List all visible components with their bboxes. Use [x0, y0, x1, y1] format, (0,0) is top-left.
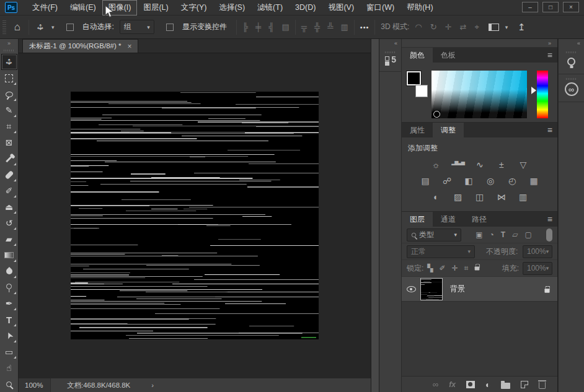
foreground-color-swatch[interactable]	[407, 71, 421, 85]
dodge-tool[interactable]	[1, 279, 17, 295]
healing-brush-tool[interactable]	[1, 167, 17, 183]
tab-color[interactable]: 颜色	[402, 48, 433, 63]
gradient-map-icon[interactable]: ⋈	[495, 192, 508, 202]
saturation-brightness-field[interactable]	[431, 71, 527, 118]
fill-dropdown[interactable]: 100%▾	[523, 262, 552, 275]
hue-slider-marker[interactable]	[531, 87, 536, 94]
lock-all-icon[interactable]	[475, 266, 480, 270]
layer-thumbnail[interactable]	[420, 278, 443, 300]
brightness-contrast-icon[interactable]: ☼	[430, 160, 442, 170]
pen-tool[interactable]: ✒	[1, 295, 17, 311]
background-color-swatch[interactable]	[415, 85, 428, 97]
toolbar-collapse-icon[interactable]: »	[7, 39, 11, 48]
auto-select-checkbox[interactable]	[66, 24, 74, 31]
link-layers-icon[interactable]: ∞	[433, 380, 438, 389]
history-brush-tool[interactable]: ↺	[1, 215, 17, 231]
zoom-level-field[interactable]: 100%	[19, 378, 51, 392]
tab-close-icon[interactable]: ×	[127, 42, 131, 51]
object-selection-tool[interactable]: ✎	[1, 102, 17, 118]
filter-shape-icon[interactable]: ▱	[512, 230, 518, 239]
document-canvas[interactable]	[71, 92, 319, 339]
path-selection-tool[interactable]: ➤	[1, 328, 17, 344]
tool-preset-chevron-icon[interactable]: ▾	[51, 24, 55, 30]
tab-channels[interactable]: 通道	[433, 212, 464, 227]
screen-mode-icon[interactable]	[489, 24, 500, 31]
lock-transparency-icon[interactable]: ▚	[427, 264, 433, 272]
blur-tool[interactable]	[1, 263, 17, 279]
hue-slider[interactable]	[537, 71, 548, 118]
panel-menu-icon[interactable]: ≡	[547, 212, 552, 227]
menu-select[interactable]: 选择(S)	[213, 0, 251, 15]
new-group-icon[interactable]	[501, 383, 510, 389]
tab-adjustments[interactable]: 调整	[433, 123, 464, 137]
more-options-button[interactable]: •••	[360, 24, 369, 31]
align-right-edges-icon[interactable]: ╣	[268, 22, 274, 32]
menu-3d[interactable]: 3D(D)	[289, 1, 322, 14]
tab-swatches[interactable]: 色板	[433, 48, 464, 63]
align-left-edges-icon[interactable]: ╠	[242, 22, 248, 32]
photo-filter-icon[interactable]: ◎	[484, 176, 497, 186]
menu-type[interactable]: 文字(Y)	[175, 0, 213, 15]
filter-type-icon[interactable]: T	[501, 230, 505, 239]
lock-pixels-icon[interactable]: ✐	[440, 264, 446, 272]
minimize-button[interactable]: ‒	[522, 2, 538, 12]
status-options-chevron-icon[interactable]: ›	[151, 381, 154, 389]
menu-image[interactable]: 图像(I)	[102, 0, 138, 15]
move-tool[interactable]	[1, 54, 17, 70]
clone-stamp-tool[interactable]: ⏏	[1, 199, 17, 215]
3d-orbit-icon[interactable]: ◠	[415, 22, 422, 32]
align-vertical-centers-icon[interactable]: ╬	[314, 22, 320, 32]
filter-image-icon[interactable]: ▣	[476, 230, 482, 239]
panels-collapse-icon[interactable]: »	[548, 39, 551, 48]
menu-view[interactable]: 视图(V)	[322, 0, 360, 15]
brush-tool[interactable]: ✐	[1, 183, 17, 199]
right-dock-expand-icon[interactable]: «	[577, 39, 584, 48]
crop-tool[interactable]: ⌗	[1, 118, 17, 134]
auto-select-target-dropdown[interactable]: 组▾	[120, 20, 154, 34]
options-bar-grip[interactable]	[2, 20, 6, 34]
curves-icon[interactable]: ∿	[474, 160, 486, 170]
maximize-button[interactable]: □	[542, 2, 559, 12]
home-button[interactable]: ⌂	[12, 21, 23, 33]
align-bottom-edges-icon[interactable]: ╩	[327, 22, 333, 32]
layer-style-fx-icon[interactable]: fx	[449, 380, 456, 389]
channel-mixer-icon[interactable]: ◴	[506, 176, 518, 186]
color-picker-ring[interactable]	[433, 111, 440, 118]
tab-layers[interactable]: 图层	[402, 212, 433, 227]
discover-panel-button[interactable]	[559, 48, 584, 74]
exposure-icon[interactable]: ±	[495, 160, 508, 170]
filter-kind-dropdown[interactable]: 类型 ▾	[407, 229, 461, 242]
new-adjustment-layer-icon[interactable]: ◐	[485, 380, 490, 390]
gradient-tool[interactable]	[1, 247, 17, 263]
filter-smart-object-icon[interactable]: ▢	[524, 230, 531, 239]
new-layer-icon[interactable]	[521, 381, 528, 388]
close-button[interactable]: ×	[563, 2, 579, 12]
creative-cloud-libraries-button[interactable]: ∞	[559, 74, 584, 102]
frame-tool[interactable]: ⊠	[1, 134, 17, 150]
tab-paths[interactable]: 路径	[464, 212, 495, 227]
zoom-tool[interactable]	[1, 376, 17, 392]
levels-icon[interactable]: ▂▆▃▅	[451, 160, 464, 170]
align-top-edges-icon[interactable]: ╦	[301, 22, 307, 32]
filter-adjustment-icon[interactable]: ◔	[490, 230, 494, 239]
filter-toggle-switch[interactable]	[546, 229, 552, 242]
hue-saturation-icon[interactable]: ▤	[419, 176, 431, 186]
vibrance-icon[interactable]: ▽	[517, 160, 529, 170]
rectangular-marquee-tool[interactable]	[1, 70, 17, 86]
show-transform-checkbox[interactable]	[166, 24, 174, 31]
distribute-horizontally-icon[interactable]: ▤	[282, 22, 290, 32]
3d-slide-icon[interactable]: ⇄	[460, 22, 467, 32]
type-tool[interactable]: T	[1, 311, 17, 328]
black-white-icon[interactable]: ◧	[462, 176, 475, 186]
add-layer-mask-icon[interactable]	[466, 381, 475, 388]
posterize-icon[interactable]: ▨	[452, 192, 464, 202]
panel-menu-icon[interactable]: ≡	[547, 123, 552, 137]
distribute-vertically-icon[interactable]: ▥	[340, 22, 348, 32]
color-balance-icon[interactable]: ☍	[441, 176, 453, 186]
panel-menu-icon[interactable]: ≡	[547, 48, 552, 63]
menu-edit[interactable]: 编辑(E)	[64, 0, 102, 15]
share-image-button[interactable]: ↥	[516, 22, 527, 33]
align-horizontal-centers-icon[interactable]: ╪	[255, 22, 261, 32]
rectangle-tool[interactable]: ▭	[1, 344, 17, 360]
document-tab[interactable]: 未标题-1 @ 100%(RGB/8#) * ×	[22, 39, 138, 53]
